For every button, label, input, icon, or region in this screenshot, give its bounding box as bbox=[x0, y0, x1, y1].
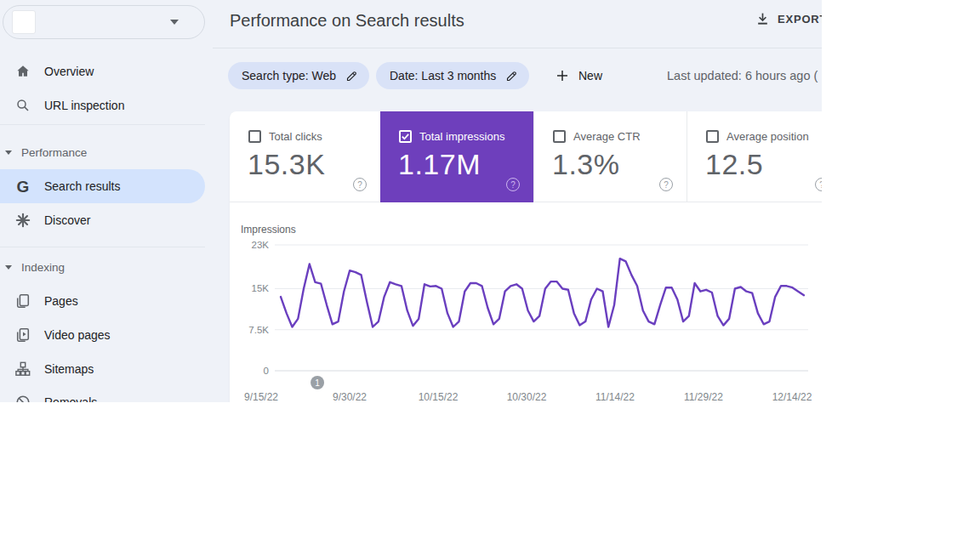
sidebar-item-label: Video pages bbox=[44, 328, 111, 342]
sidebar-item-url-inspection[interactable]: URL inspection bbox=[0, 88, 205, 122]
sidebar-divider bbox=[0, 124, 205, 125]
y-axis-tick-label: 23K bbox=[252, 240, 270, 250]
help-icon[interactable]: ? bbox=[353, 178, 367, 191]
metric-value: 15.3K bbox=[248, 148, 325, 181]
metric-card-total-impressions[interactable]: Total impressions 1.17M ? bbox=[380, 111, 533, 202]
x-axis-tick-label: 11/14/22 bbox=[595, 391, 635, 402]
sidebar-item-label: Search results bbox=[44, 179, 120, 193]
edit-pencil-icon bbox=[345, 70, 358, 82]
last-updated-text: Last updated: 6 hours ago ( bbox=[667, 69, 818, 82]
metric-value: 12.5 bbox=[705, 148, 763, 181]
metric-card-average-position[interactable]: Average position 12.5 ? bbox=[687, 111, 822, 202]
y-axis-tick-label: 0 bbox=[264, 366, 269, 376]
download-icon bbox=[755, 11, 770, 26]
sidebar-item-pages[interactable]: Pages bbox=[0, 284, 205, 318]
help-icon[interactable]: ? bbox=[659, 178, 673, 191]
checkbox-unchecked-icon[interactable] bbox=[248, 130, 261, 143]
x-axis-tick-label: 12/14/22 bbox=[772, 391, 812, 402]
sitemaps-icon bbox=[14, 361, 32, 377]
x-axis-tick-label: 10/30/22 bbox=[507, 391, 547, 402]
sidebar: Overview URL inspection Performance G Se… bbox=[0, 0, 213, 402]
chart-annotation-label: 1 bbox=[315, 378, 320, 388]
sidebar-item-discover[interactable]: Discover bbox=[0, 203, 205, 237]
section-header-indexing[interactable]: Indexing bbox=[5, 258, 65, 276]
checkbox-unchecked-icon[interactable] bbox=[706, 130, 719, 143]
impressions-chart: 07.5K15K23K9/15/229/30/2210/15/2210/30/2… bbox=[213, 208, 822, 402]
edit-pencil-icon bbox=[505, 70, 518, 82]
sidebar-item-label: Discover bbox=[44, 213, 90, 227]
home-icon bbox=[14, 63, 32, 80]
page-title: Performance on Search results bbox=[230, 11, 464, 31]
video-pages-icon bbox=[14, 327, 32, 343]
sidebar-item-search-results[interactable]: G Search results bbox=[0, 169, 205, 203]
section-header-performance[interactable]: Performance bbox=[5, 144, 87, 161]
sidebar-item-video-pages[interactable]: Video pages bbox=[0, 318, 205, 352]
x-axis-tick-label: 11/29/22 bbox=[684, 391, 723, 402]
x-axis-tick-label: 9/15/22 bbox=[244, 391, 278, 402]
metric-value: 1.17M bbox=[398, 148, 481, 181]
google-g-icon: G bbox=[14, 179, 32, 195]
filter-chip-date-range[interactable]: Date: Last 3 months bbox=[376, 62, 529, 89]
x-axis-tick-label: 10/15/22 bbox=[419, 391, 459, 402]
chevron-down-icon bbox=[170, 20, 179, 25]
x-axis-tick-label: 9/30/22 bbox=[333, 391, 367, 402]
help-icon[interactable]: ? bbox=[815, 178, 822, 191]
search-icon bbox=[14, 98, 32, 113]
sidebar-divider bbox=[0, 247, 205, 247]
sidebar-item-label: Pages bbox=[44, 294, 78, 308]
sidebar-item-label: Sitemaps bbox=[44, 362, 94, 376]
sidebar-item-removals[interactable]: Removals bbox=[0, 385, 205, 402]
y-axis-tick-label: 15K bbox=[252, 283, 270, 293]
new-filter-button[interactable]: New bbox=[549, 62, 609, 89]
filter-chip-search-type[interactable]: Search type: Web bbox=[228, 62, 369, 89]
sidebar-item-sitemaps[interactable]: Sitemaps bbox=[0, 352, 205, 386]
property-selector[interactable] bbox=[3, 5, 205, 39]
y-axis-tick-label: 7.5K bbox=[248, 325, 269, 335]
sidebar-item-label: Removals bbox=[44, 395, 97, 402]
checkbox-checked-icon[interactable] bbox=[399, 130, 412, 143]
help-icon[interactable]: ? bbox=[506, 178, 520, 191]
header-divider bbox=[213, 48, 822, 48]
search-console-app: Overview URL inspection Performance G Se… bbox=[0, 0, 822, 402]
metric-value: 1.3% bbox=[552, 148, 620, 181]
section-collapse-icon bbox=[5, 265, 12, 270]
discover-star-icon bbox=[14, 213, 32, 228]
property-thumbnail bbox=[12, 10, 36, 34]
pages-icon bbox=[14, 293, 32, 309]
plus-icon bbox=[556, 69, 569, 82]
screenshot-canvas: Overview URL inspection Performance G Se… bbox=[0, 0, 980, 551]
metric-card-average-ctr[interactable]: Average CTR 1.3% ? bbox=[533, 111, 687, 202]
sidebar-item-overview[interactable]: Overview bbox=[0, 54, 205, 88]
checkbox-unchecked-icon[interactable] bbox=[553, 130, 566, 143]
removals-icon bbox=[14, 395, 32, 402]
metric-card-total-clicks[interactable]: Total clicks 15.3K ? bbox=[230, 111, 380, 202]
metric-cards-row: Total clicks 15.3K ? Total impressions 1… bbox=[230, 111, 822, 202]
section-collapse-icon bbox=[5, 151, 12, 155]
sidebar-item-label: Overview bbox=[44, 65, 94, 78]
sidebar-item-label: URL inspection bbox=[44, 99, 124, 112]
impressions-line-series bbox=[281, 258, 804, 327]
export-button[interactable]: EXPORT bbox=[755, 11, 822, 26]
export-label: EXPORT bbox=[778, 13, 822, 26]
